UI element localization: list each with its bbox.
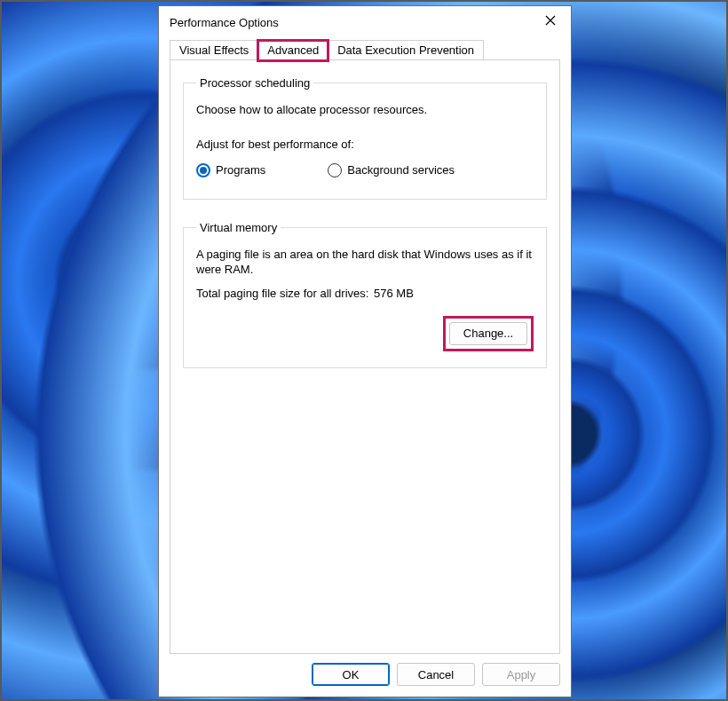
dialog-button-row: OK Cancel Apply xyxy=(159,654,571,697)
radio-dot-icon xyxy=(328,163,342,177)
change-button[interactable]: Change... xyxy=(449,322,527,345)
tab-visual-effects[interactable]: Visual Effects xyxy=(170,40,258,60)
processor-scheduling-subhead: Adjust for best performance of: xyxy=(196,138,534,151)
radio-bg-label: Background services xyxy=(347,163,455,177)
radio-background-services[interactable]: Background services xyxy=(328,163,455,177)
change-button-highlight: Change... xyxy=(443,316,534,351)
window-title: Performance Options xyxy=(170,16,530,29)
processor-scheduling-desc: Choose how to allocate processor resourc… xyxy=(196,102,534,118)
desktop-background: Performance Options Visual Effects Advan… xyxy=(0,0,728,701)
virtual-memory-group: Virtual memory A paging file is an area … xyxy=(183,221,547,368)
tabs: Visual Effects Advanced Data Execution P… xyxy=(159,38,571,59)
titlebar: Performance Options xyxy=(159,6,571,38)
virtual-memory-legend: Virtual memory xyxy=(196,221,281,234)
radio-programs-label: Programs xyxy=(216,163,265,177)
radio-dot-icon xyxy=(196,163,210,177)
performance-options-dialog: Performance Options Visual Effects Advan… xyxy=(158,5,572,697)
paging-total-row: Total paging file size for all drives: 5… xyxy=(196,287,534,300)
processor-scheduling-legend: Processor scheduling xyxy=(196,76,313,90)
tab-dep[interactable]: Data Execution Prevention xyxy=(328,40,484,60)
ok-button[interactable]: OK xyxy=(312,663,390,686)
apply-button[interactable]: Apply xyxy=(482,663,560,686)
virtual-memory-desc: A paging file is an area on the hard dis… xyxy=(196,247,534,278)
close-button[interactable] xyxy=(530,6,571,35)
paging-total-label: Total paging file size for all drives: xyxy=(196,287,374,300)
paging-total-value: 576 MB xyxy=(374,287,414,300)
tab-advanced[interactable]: Advanced xyxy=(257,40,328,61)
cancel-button[interactable]: Cancel xyxy=(397,663,475,686)
close-icon xyxy=(545,15,556,26)
processor-radio-row: Programs Background services xyxy=(196,163,534,177)
radio-programs[interactable]: Programs xyxy=(196,163,265,177)
processor-scheduling-group: Processor scheduling Choose how to alloc… xyxy=(183,76,547,200)
tab-pane-advanced: Processor scheduling Choose how to alloc… xyxy=(170,59,560,654)
